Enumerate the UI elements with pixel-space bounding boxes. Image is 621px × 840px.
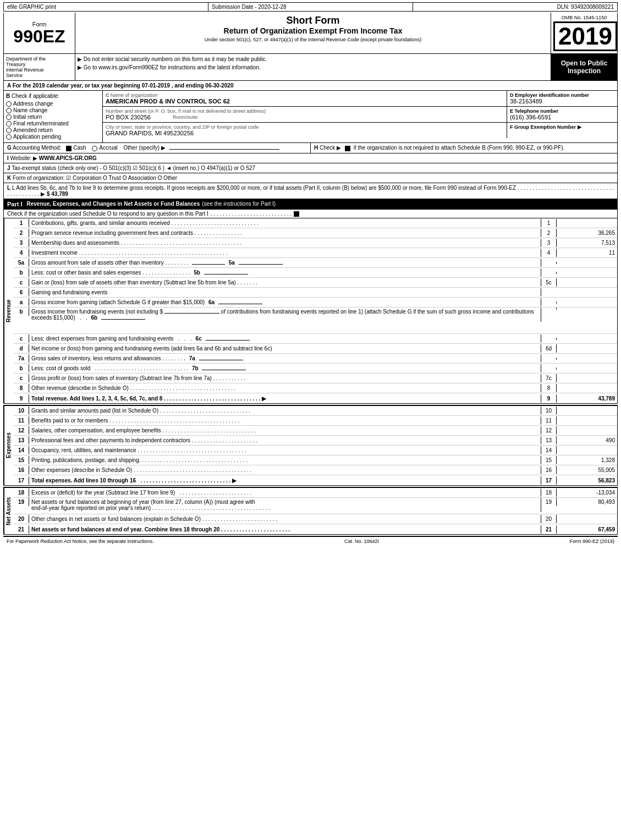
- line-5c-val: [557, 282, 617, 284]
- line-5a-desc: Gross amount from sale of assets other t…: [29, 259, 541, 267]
- line-13-ref: 13: [541, 436, 557, 444]
- line-14-val: [557, 449, 617, 452]
- final-return-option[interactable]: Final return/terminated: [6, 120, 100, 127]
- line-7c-num: c: [14, 374, 29, 382]
- line-10-ref: 10: [541, 407, 557, 415]
- g-cash-checkbox[interactable]: Cash: [66, 145, 87, 151]
- line-5b-desc: Less: cost or other basis and sales expe…: [29, 268, 541, 277]
- line-1-desc: Contributions, gifts, grants, and simila…: [29, 219, 541, 227]
- line-14-desc: Occupancy, rent, utilities, and maintena…: [29, 446, 541, 454]
- amended-return-option[interactable]: Amended return: [6, 127, 100, 133]
- h-checkbox[interactable]: [345, 145, 352, 151]
- line-6c-desc: Less: direct expenses from gaming and fu…: [29, 334, 541, 343]
- phone: (616) 396-6591: [510, 114, 614, 120]
- line-10-num: 10: [14, 407, 29, 415]
- j-label: J: [7, 165, 10, 171]
- line-1-ref: 1: [541, 219, 557, 227]
- line-11-ref: 11: [541, 416, 557, 425]
- efile-label: efile GRAPHIC print: [4, 3, 208, 11]
- line-6d-val: [557, 348, 617, 350]
- line-10-val: [557, 410, 617, 412]
- f-label: F: [510, 124, 513, 130]
- line-9-val: 43,789: [557, 394, 617, 403]
- line-18-val: -13,034: [557, 488, 617, 497]
- g-accrual-checkbox[interactable]: Accrual: [92, 145, 119, 151]
- line-6c-ref: [541, 338, 557, 340]
- line-7a-val: [557, 358, 617, 360]
- part-i-checkbox[interactable]: [294, 211, 301, 217]
- line-7c-val: [557, 377, 617, 380]
- line-6-num: 6: [14, 288, 29, 297]
- page: efile GRAPHIC print Submission Date - 20…: [0, 0, 621, 548]
- e-title: Telephone number: [515, 108, 559, 114]
- address-change-option[interactable]: Address change: [6, 101, 100, 107]
- line-6a-desc: Gross income from gaming (attach Schedul…: [29, 298, 541, 306]
- line-19-desc: Net assets or fund balances at beginning…: [29, 498, 541, 512]
- line-6a-num: a: [14, 298, 29, 306]
- line-6b-num: b: [14, 308, 29, 316]
- line-19-ref: 19: [541, 498, 557, 506]
- name-change-option[interactable]: Name change: [6, 107, 100, 113]
- line-10-desc: Grants and similar amounts paid (list in…: [29, 407, 541, 415]
- line-9-ref: 9: [541, 394, 557, 403]
- application-pending-option[interactable]: Application pending: [6, 134, 100, 140]
- line-17-val: 56,823: [557, 476, 617, 485]
- line-4-desc: Investment income . . . . . . . . . . . …: [29, 249, 541, 257]
- line-5c-ref: 5c: [541, 278, 557, 287]
- line-5a-num: 5a: [14, 259, 29, 267]
- line-14-num: 14: [14, 446, 29, 454]
- part-i-label: Part I: [7, 201, 23, 207]
- l-label: L: [7, 185, 10, 191]
- subtitle: Under section 501(c), 527, or 4947(a)(1)…: [78, 37, 548, 42]
- j-text: Tax-exempt status (check only one) - O 5…: [12, 165, 255, 171]
- line-3-ref: 3: [541, 239, 557, 247]
- check-line-text: Check if the organization used Schedule …: [7, 211, 208, 217]
- check-dots: . . . . . . . . . . . . . . . . . . . . …: [211, 211, 292, 217]
- i-website: WWW.APICS-GR.ORG: [39, 155, 97, 161]
- dept-line4: Service: [6, 73, 73, 78]
- go-to: ▶ Go to www.irs.gov/Form990EZ for instru…: [78, 64, 548, 70]
- line-15-ref: 15: [541, 456, 557, 464]
- line-7c-desc: Gross profit or (loss) from sales of inv…: [29, 374, 541, 382]
- street-label: Number and street (or P. O. box, if mail…: [106, 108, 504, 114]
- g-label: G: [7, 145, 12, 151]
- ein: 38-2163489: [510, 98, 614, 105]
- line-6a-ref: [541, 301, 557, 304]
- org-name: AMERICAN PROD & INV CONTROL SOC 62: [106, 98, 504, 105]
- line-9-num: 9: [14, 394, 29, 403]
- h-description: if the organization is not required to a…: [354, 145, 565, 151]
- line-20-num: 20: [14, 515, 29, 523]
- i-website-label: Website: ▶: [10, 155, 38, 161]
- line-17-num: 17: [14, 476, 29, 485]
- line-5b-num: b: [14, 268, 29, 277]
- line-19-num: 19: [14, 498, 29, 506]
- line-8-desc: Other revenue (describe in Schedule O) .…: [29, 384, 541, 392]
- initial-return-option[interactable]: Initial return: [6, 114, 100, 120]
- line-6b-ref: [541, 308, 557, 310]
- line-17-ref: 17: [541, 476, 557, 485]
- line-4-val: 11: [557, 249, 617, 257]
- line-12-ref: 12: [541, 426, 557, 435]
- line-7b-desc: Less: cost of goods sold . . . . . . . .…: [29, 364, 541, 372]
- line-12-num: 12: [14, 426, 29, 435]
- k-label: K: [7, 175, 11, 181]
- year-badge: 2019: [553, 21, 617, 51]
- line-2-num: 2: [14, 229, 29, 237]
- line-4-num: 4: [14, 249, 29, 257]
- line-7a-desc: Gross sales of inventory, less returns a…: [29, 354, 541, 363]
- room-suite-label: Room/suite: [173, 114, 198, 120]
- line-15-num: 15: [14, 456, 29, 464]
- line-11-desc: Benefits paid to or for members . . . . …: [29, 416, 541, 425]
- line-7b-num: b: [14, 364, 29, 372]
- line-11-num: 11: [14, 416, 29, 425]
- line-21-num: 21: [14, 525, 29, 534]
- line-6-desc: Gaming and fundraising events: [29, 288, 541, 297]
- dept-line2: Treasury: [6, 62, 73, 67]
- c-name-label: Name of organization: [111, 92, 158, 98]
- short-form-title: Short Form: [78, 15, 548, 26]
- revenue-label: Revenue: [4, 218, 14, 403]
- return-title: Return of Organization Exempt From Incom…: [78, 26, 548, 35]
- line-16-ref: 16: [541, 466, 557, 474]
- line-16-num: 16: [14, 466, 29, 474]
- line-14-ref: 14: [541, 446, 557, 454]
